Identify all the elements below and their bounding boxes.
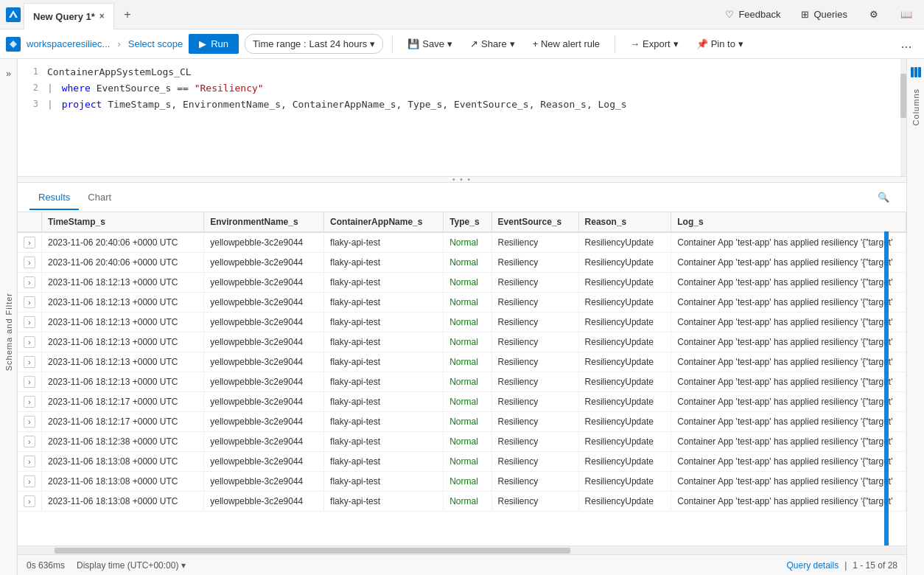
row-reason-6: ResiliencyUpdate [578, 352, 671, 372]
col-header-containerapp[interactable]: ContainerAppName_s [324, 212, 444, 232]
row-type-4: Normal [444, 313, 491, 332]
tab-close-button[interactable]: × [99, 11, 105, 21]
row-ts-7: 2023-11-06 18:12:13 +0000 UTC [42, 372, 204, 392]
schema-collapse-button[interactable]: » [0, 59, 18, 88]
row-expand-0[interactable]: › [18, 232, 42, 253]
row-expand-4[interactable]: › [18, 313, 42, 332]
share-button[interactable]: ↗ Share ▾ [464, 35, 521, 53]
results-tabs: Results Chart 🔍 [18, 183, 906, 212]
columns-panel-label[interactable]: Columns [909, 86, 923, 128]
select-scope-link[interactable]: Select scope [128, 38, 183, 49]
row-reason-2: ResiliencyUpdate [578, 273, 671, 293]
time-range-label: Time range : [253, 38, 307, 49]
col-header-timestamp[interactable]: TimeStamp_s [42, 212, 204, 232]
export-chevron-icon: ▾ [673, 38, 679, 49]
toolbar-divider-2 [615, 35, 615, 53]
table-row: › 2023-11-06 18:12:17 +0000 UTC yellowpe… [18, 392, 906, 412]
table-body: › 2023-11-06 20:40:06 +0000 UTC yellowpe… [18, 232, 906, 512]
share-icon: ↗ [470, 38, 478, 49]
feedback-button[interactable]: ♡ Feedback [719, 6, 786, 23]
horizontal-scrollbar-thumb [55, 548, 570, 554]
app-logo [6, 7, 21, 22]
row-expand-7[interactable]: › [18, 372, 42, 392]
tab-results[interactable]: Results [29, 186, 79, 210]
query-details-link[interactable]: Query details [786, 560, 839, 571]
workspace-name[interactable]: workspaceresiliec... [27, 38, 110, 49]
col-header-environment[interactable]: EnvironmentName_s [204, 212, 324, 232]
queries-button[interactable]: ⊞ Queries [795, 6, 853, 23]
current-tab[interactable]: New Query 1* × [24, 3, 114, 29]
row-app-13: flaky-api-test [324, 492, 444, 512]
row-expand-9[interactable]: › [18, 412, 42, 432]
schema-filter-label[interactable]: Schema and Filter [1, 290, 16, 374]
code-content-3: | project TimeStamp_s, EnvironmentName_s… [47, 97, 627, 110]
row-expand-2[interactable]: › [18, 273, 42, 293]
col-header-type[interactable]: Type_s [444, 212, 491, 232]
status-bar: 0s 636ms Display time (UTC+00:00) ▾ Quer… [18, 554, 906, 575]
row-reason-8: ResiliencyUpdate [578, 392, 671, 412]
row-reason-7: ResiliencyUpdate [578, 372, 671, 392]
row-source-11: Resiliency [491, 452, 578, 472]
row-type-7: Normal [444, 372, 491, 392]
pin-to-button[interactable]: 📌 Pin to ▾ [690, 35, 749, 53]
row-expand-5[interactable]: › [18, 332, 42, 352]
row-log-2: Container App 'test-app' has applied res… [671, 273, 906, 293]
row-expand-3[interactable]: › [18, 293, 42, 313]
col-header-log[interactable]: Log_s [671, 212, 906, 232]
table-row: › 2023-11-06 18:12:13 +0000 UTC yellowpe… [18, 313, 906, 332]
col-header-eventsource[interactable]: EventSource_s [491, 212, 578, 232]
results-search-button[interactable]: 🔍 [872, 187, 895, 209]
more-options-button[interactable]: ... [895, 32, 918, 56]
editor-results-panel: 1 ContainerAppSystemLogs_CL 2 | where Ev… [18, 59, 906, 575]
row-app-0: flaky-api-test [324, 232, 444, 253]
row-log-8: Container App 'test-app' has applied res… [671, 392, 906, 412]
columns-icon [909, 65, 923, 80]
row-ts-5: 2023-11-06 18:12:13 +0000 UTC [42, 332, 204, 352]
tab-chart[interactable]: Chart [79, 186, 120, 210]
panel-resize-handle[interactable]: • • • [18, 177, 906, 183]
row-source-13: Resiliency [491, 492, 578, 512]
row-reason-3: ResiliencyUpdate [578, 293, 671, 313]
code-line-1: 1 ContainerAppSystemLogs_CL [18, 65, 906, 81]
display-time-selector[interactable]: Display time (UTC+00:00) ▾ [77, 560, 186, 571]
book-button[interactable]: 📖 [895, 3, 918, 27]
query-editor[interactable]: 1 ContainerAppSystemLogs_CL 2 | where Ev… [18, 59, 906, 177]
save-button[interactable]: 💾 Save ▾ [402, 35, 458, 53]
row-app-7: flaky-api-test [324, 372, 444, 392]
row-env-10: yellowpebble-3c2e9044 [204, 432, 324, 452]
editor-scrollbar-thumb [900, 74, 906, 118]
results-table-container[interactable]: TimeStamp_s EnvironmentName_s ContainerA… [18, 212, 906, 546]
col-header-reason[interactable]: Reason_s [578, 212, 671, 232]
row-expand-1[interactable]: › [18, 253, 42, 273]
row-type-5: Normal [444, 332, 491, 352]
row-type-8: Normal [444, 392, 491, 412]
title-bar: New Query 1* × + ♡ Feedback ⊞ Queries ⚙ … [0, 0, 924, 29]
row-type-2: Normal [444, 273, 491, 293]
status-bar-right: Query details | 1 - 15 of 28 [786, 560, 897, 571]
settings-button[interactable]: ⚙ [862, 3, 886, 27]
code-content-2: | where EventSource_s == "Resiliency" [47, 81, 264, 94]
results-panel: Results Chart 🔍 TimeStamp_s Environm [18, 183, 906, 575]
run-button[interactable]: ▶ Run [189, 34, 239, 54]
new-alert-rule-button[interactable]: + New alert rule [527, 35, 606, 53]
row-log-10: Container App 'test-app' has applied res… [671, 432, 906, 452]
row-log-7: Container App 'test-app' has applied res… [671, 372, 906, 392]
editor-scrollbar[interactable] [900, 59, 906, 176]
row-ts-6: 2023-11-06 18:12:13 +0000 UTC [42, 352, 204, 372]
row-expand-10[interactable]: › [18, 432, 42, 452]
row-ts-8: 2023-11-06 18:12:17 +0000 UTC [42, 392, 204, 412]
add-tab-button[interactable]: + [117, 4, 138, 25]
horizontal-scrollbar[interactable] [18, 546, 906, 554]
row-expand-11[interactable]: › [18, 452, 42, 472]
row-expand-12[interactable]: › [18, 472, 42, 492]
time-range-button[interactable]: Time range : Last 24 hours ▾ [245, 34, 383, 54]
row-env-13: yellowpebble-3c2e9044 [204, 492, 324, 512]
row-expand-8[interactable]: › [18, 392, 42, 412]
row-type-12: Normal [444, 472, 491, 492]
row-expand-13[interactable]: › [18, 492, 42, 512]
row-expand-6[interactable]: › [18, 352, 42, 372]
row-reason-12: ResiliencyUpdate [578, 472, 671, 492]
row-ts-0: 2023-11-06 20:40:06 +0000 UTC [42, 232, 204, 253]
export-button[interactable]: → Export ▾ [624, 35, 685, 53]
col-header-expand [18, 212, 42, 232]
